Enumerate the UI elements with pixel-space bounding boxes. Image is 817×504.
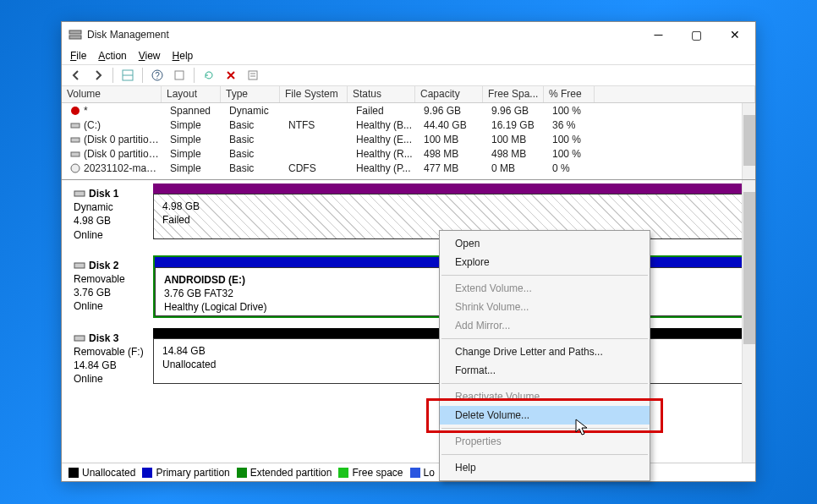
titlebar: Disk Management ─ ▢ ✕ — [62, 22, 755, 47]
menubar: File Action View Help — [62, 47, 755, 64]
col-pctfree[interactable]: % Free — [544, 86, 595, 102]
ctx-properties: Properties — [440, 432, 650, 451]
refresh-icon[interactable] — [200, 66, 218, 85]
svg-rect-6 — [175, 71, 184, 79]
ctx-extend-volume: Extend Volume... — [440, 279, 650, 298]
toolbar: ? — [62, 64, 755, 86]
col-status[interactable]: Status — [348, 86, 415, 102]
legend-logical: Lo — [424, 467, 435, 479]
window-title: Disk Management — [87, 29, 639, 41]
ctx-format[interactable]: Format... — [440, 361, 650, 380]
properties-icon[interactable] — [244, 66, 262, 85]
svg-rect-17 — [74, 336, 85, 341]
disk-graph-pane: Disk 1 Dynamic 4.98 GB Online 4.98 GB Fa… — [62, 180, 755, 481]
svg-rect-16 — [74, 263, 85, 268]
menu-help[interactable]: Help — [173, 50, 194, 62]
graph-scrollbar[interactable] — [742, 180, 755, 481]
ctx-change-drive-letter[interactable]: Change Drive Letter and Paths... — [440, 342, 650, 361]
col-filesystem[interactable]: File System — [280, 86, 348, 102]
col-capacity[interactable]: Capacity — [415, 86, 483, 102]
svg-text:?: ? — [155, 71, 160, 80]
svg-rect-13 — [71, 152, 80, 156]
settings-icon[interactable] — [170, 66, 189, 85]
table-row[interactable]: * Spanned Dynamic Failed 9.96 GB 9.96 GB… — [62, 103, 755, 118]
volume-list: Volume Layout Type File System Status Ca… — [62, 86, 755, 180]
content-area: Volume Layout Type File System Status Ca… — [62, 86, 755, 481]
legend-unallocated: Unallocated — [82, 467, 135, 479]
close-button[interactable]: ✕ — [716, 22, 754, 47]
minimize-button[interactable]: ─ — [639, 22, 677, 47]
cursor-icon — [575, 419, 590, 437]
table-row[interactable]: 20231102-mantic- ... Simple Basic CDFS H… — [62, 161, 755, 175]
svg-point-14 — [71, 164, 80, 173]
column-headers: Volume Layout Type File System Status Ca… — [62, 86, 755, 103]
volume-rows: * Spanned Dynamic Failed 9.96 GB 9.96 GB… — [62, 103, 755, 179]
ctx-open[interactable]: Open — [440, 234, 650, 253]
menu-file[interactable]: File — [70, 50, 86, 62]
disk-management-window: Disk Management ─ ▢ ✕ File Action View H… — [61, 21, 756, 482]
svg-rect-12 — [71, 138, 80, 142]
svg-point-10 — [71, 107, 80, 115]
ctx-reactivate-volume: Reactivate Volume — [440, 387, 650, 406]
table-row[interactable]: (C:) Simple Basic NTFS Healthy (B... 44.… — [62, 118, 755, 132]
context-menu: Open Explore Extend Volume... Shrink Vol… — [439, 230, 650, 481]
disk-2-info: Disk 2 Removable 3.76 GB Online — [69, 255, 153, 318]
svg-rect-0 — [69, 30, 81, 34]
ctx-delete-volume[interactable]: Delete Volume... — [440, 406, 650, 425]
delete-icon[interactable] — [222, 66, 240, 85]
legend-primary: Primary partition — [156, 467, 229, 479]
legend-free: Free space — [352, 467, 403, 479]
layout-icon[interactable] — [118, 66, 137, 85]
ctx-add-mirror: Add Mirror... — [440, 316, 650, 335]
help-icon[interactable]: ? — [148, 66, 167, 85]
table-row[interactable]: (Disk 0 partition 1) Simple Basic Health… — [62, 132, 755, 146]
ctx-help[interactable]: Help — [440, 458, 650, 477]
disk-3-info: Disk 3 Removable (F:) 14.84 GB Online — [69, 328, 153, 390]
col-volume[interactable]: Volume — [62, 86, 162, 102]
svg-rect-1 — [69, 36, 81, 39]
svg-rect-11 — [71, 123, 80, 128]
ctx-shrink-volume: Shrink Volume... — [440, 298, 650, 316]
menu-view[interactable]: View — [139, 50, 161, 62]
app-icon — [69, 28, 82, 41]
col-type[interactable]: Type — [221, 86, 280, 102]
back-button[interactable] — [67, 66, 85, 85]
legend: Unallocated Primary partition Extended p… — [62, 463, 755, 481]
menu-action[interactable]: Action — [98, 50, 126, 62]
maximize-button[interactable]: ▢ — [677, 22, 716, 47]
table-row[interactable]: (Disk 0 partition 4) Simple Basic Health… — [62, 146, 755, 161]
col-layout[interactable]: Layout — [162, 86, 221, 102]
col-freespace[interactable]: Free Spa... — [483, 86, 544, 102]
disk-1-info: Disk 1 Dynamic 4.98 GB Online — [69, 184, 153, 245]
list-scrollbar[interactable] — [742, 103, 755, 179]
svg-rect-7 — [249, 71, 257, 79]
legend-extended: Extended partition — [250, 467, 332, 479]
svg-rect-15 — [74, 191, 85, 196]
col-spacer — [595, 86, 755, 102]
ctx-explore[interactable]: Explore — [440, 253, 650, 271]
forward-button[interactable] — [89, 66, 107, 85]
